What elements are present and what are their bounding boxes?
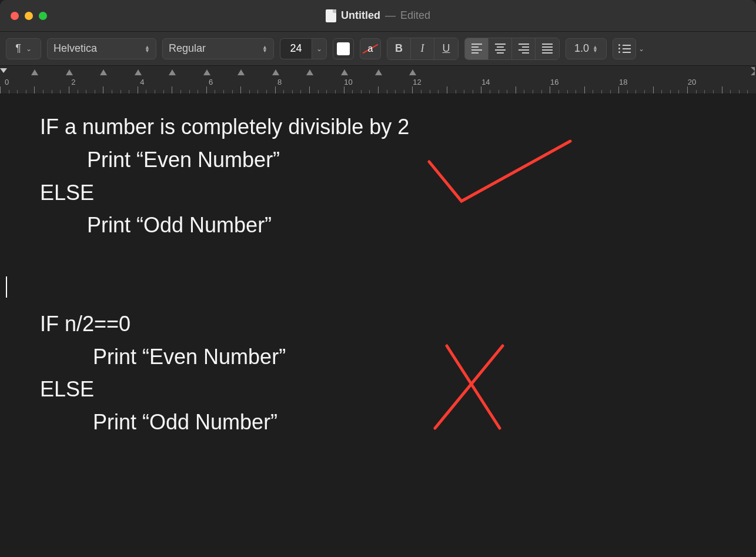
italic-button[interactable]: I	[411, 38, 434, 59]
list-style-group: ⌄	[613, 38, 644, 59]
document-body[interactable]: IF a number is completely divisible by 2…	[40, 111, 756, 439]
tab-stop-marker[interactable]	[100, 69, 107, 75]
list-style-button[interactable]	[613, 38, 636, 59]
tab-stop-marker[interactable]	[66, 69, 73, 75]
text-cursor	[6, 276, 7, 298]
font-weight-select[interactable]: Regular ▲▼	[162, 38, 274, 59]
tab-stop-marker[interactable]	[375, 69, 382, 75]
ruler-number: 2	[71, 78, 75, 86]
font-size-step-button[interactable]: ⌄	[312, 38, 327, 59]
pilcrow-icon: ¶	[15, 42, 21, 55]
titlebar: Untitled — Edited	[0, 0, 756, 32]
tab-stop-marker[interactable]	[272, 69, 279, 75]
text-align-group	[464, 38, 560, 60]
ruler-number: 12	[413, 78, 421, 86]
line-spacing-select[interactable]: 1.0 ▲▼	[566, 38, 607, 59]
tab-stop-marker[interactable]	[169, 69, 176, 75]
title-separator: —	[385, 9, 396, 22]
ruler-right-marker-icon[interactable]	[751, 67, 755, 75]
chevron-down-icon[interactable]: ⌄	[638, 45, 644, 53]
align-right-icon	[519, 44, 529, 54]
minimize-icon[interactable]	[25, 12, 33, 20]
chevron-updown-icon: ▲▼	[593, 45, 598, 52]
tab-stop-marker[interactable]	[306, 69, 313, 75]
align-justify-icon	[542, 44, 553, 54]
highlight-color-button[interactable]: a	[360, 38, 381, 59]
ruler-number: 20	[688, 78, 696, 86]
tab-stop-marker[interactable]	[237, 69, 245, 75]
app-window: Untitled — Edited ¶ ⌄ Helvetica ▲▼ Regul…	[0, 0, 756, 557]
ruler-number: 10	[344, 78, 352, 86]
chevron-down-icon: ⌄	[316, 45, 322, 53]
format-toolbar: ¶ ⌄ Helvetica ▲▼ Regular ▲▼ 24 ⌄ a B I U	[0, 32, 756, 66]
align-left-button[interactable]	[465, 38, 489, 59]
font-family-label: Helvetica	[53, 42, 97, 55]
document-name: Untitled	[341, 9, 380, 22]
highlight-a-icon: a	[368, 44, 373, 54]
align-right-button[interactable]	[512, 38, 536, 59]
ruler-number: 4	[140, 78, 144, 86]
underline-button[interactable]: U	[434, 38, 458, 59]
tab-stop-marker[interactable]	[409, 69, 416, 75]
align-center-button[interactable]	[489, 38, 512, 59]
tab-stop-marker[interactable]	[31, 69, 38, 75]
ruler-number: 0	[5, 78, 9, 86]
font-weight-label: Regular	[169, 42, 206, 55]
chevron-updown-icon: ▲▼	[145, 45, 150, 52]
document-status: Edited	[400, 9, 430, 22]
list-icon	[618, 44, 631, 53]
chevron-updown-icon: ▲▼	[262, 45, 267, 52]
document-icon	[326, 9, 336, 22]
document-editor[interactable]: IF a number is completely divisible by 2…	[0, 94, 756, 557]
ruler-number: 16	[550, 78, 558, 86]
text-color-swatch	[337, 42, 350, 55]
tab-stop-marker[interactable]	[341, 69, 348, 75]
align-justify-button[interactable]	[536, 38, 559, 59]
window-title: Untitled — Edited	[326, 9, 430, 22]
align-center-icon	[495, 44, 506, 54]
tab-stop-marker[interactable]	[203, 69, 210, 75]
font-size-stepper[interactable]: 24 ⌄	[280, 38, 327, 59]
text-color-button[interactable]	[333, 38, 354, 59]
close-icon[interactable]	[11, 12, 19, 20]
tab-stop-marker[interactable]	[135, 69, 142, 75]
ruler[interactable]: 0246810121416182022	[0, 66, 756, 94]
line-spacing-value: 1.0	[574, 42, 589, 55]
text-style-group: B I U	[387, 38, 459, 60]
ruler-number: 8	[277, 78, 282, 86]
ruler-number: 6	[209, 78, 213, 86]
paragraph-style-button[interactable]: ¶ ⌄	[6, 38, 41, 59]
font-family-select[interactable]: Helvetica ▲▼	[47, 38, 156, 59]
font-size-value[interactable]: 24	[280, 38, 312, 59]
window-controls	[11, 12, 47, 20]
align-left-icon	[471, 44, 482, 54]
maximize-icon[interactable]	[39, 12, 47, 20]
first-line-indent-marker[interactable]	[0, 68, 7, 73]
bold-button[interactable]: B	[387, 38, 411, 59]
chevron-down-icon: ⌄	[26, 45, 32, 53]
ruler-number: 14	[481, 78, 490, 86]
ruler-number: 18	[619, 78, 627, 86]
